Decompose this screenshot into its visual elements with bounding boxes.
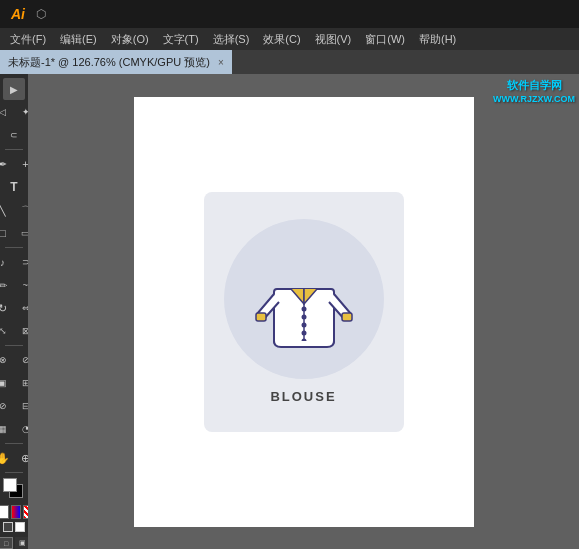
blouse-label: BLOUSE [270,389,336,404]
rectangle-tool[interactable]: □ [0,222,14,244]
svg-point-4 [301,307,306,312]
svg-point-5 [301,315,306,320]
menu-object[interactable]: 对象(O) [105,30,155,49]
direct-select-tool[interactable]: ◁ [0,101,14,123]
stroke-icon[interactable] [3,522,13,532]
pen-tool[interactable]: ✒ [0,153,14,175]
eyedropper-tool[interactable]: ⊘ [0,395,14,417]
pencil-tool[interactable]: ✏ [0,274,14,296]
watermark-line2: WWW.RJZXW.COM [493,93,575,106]
color-swatch-area [3,478,25,502]
watermark-line1: 软件自学网 [493,78,575,93]
svg-rect-2 [342,313,352,321]
watermark: 软件自学网 WWW.RJZXW.COM [493,78,575,106]
foreground-swatch[interactable] [3,478,17,492]
divider-5 [5,472,23,473]
svg-point-7 [301,331,306,336]
svg-point-6 [301,323,306,328]
hand-tool[interactable]: ✋ [0,447,14,469]
warp-tool[interactable]: ⊗ [0,349,14,371]
line-tool[interactable]: ╲ [0,199,14,221]
menu-effect[interactable]: 效果(C) [257,30,306,49]
document-tab[interactable]: 未标题-1* @ 126.76% (CMYK/GPU 预览) × [0,50,232,74]
menu-type[interactable]: 文字(T) [157,30,205,49]
divider-1 [5,149,23,150]
menu-help[interactable]: 帮助(H) [413,30,462,49]
menu-bar: 文件(F) 编辑(E) 对象(O) 文字(T) 选择(S) 效果(C) 视图(V… [0,28,579,50]
divider-3 [5,345,23,346]
menu-view[interactable]: 视图(V) [309,30,358,49]
rotate-tool[interactable]: ↻ [0,297,14,319]
type-tool[interactable]: T [3,176,25,198]
blouse-illustration [249,244,359,354]
menu-window[interactable]: 窗口(W) [359,30,411,49]
tab-close-button[interactable]: × [218,57,224,68]
gradient-swatch[interactable] [11,505,21,519]
ai-logo: Ai [8,5,28,23]
screen-mode-normal[interactable]: □ [0,537,13,549]
menu-file[interactable]: 文件(F) [4,30,52,49]
none-swatch[interactable] [0,505,9,519]
canvas-area: 软件自学网 WWW.RJZXW.COM [28,74,579,549]
screen-mode-full[interactable]: ▣ [15,537,29,549]
lasso-tool[interactable]: ⊂ [3,124,25,146]
svg-rect-1 [256,313,266,321]
left-toolbar: ▶ ◁ ✦ ⊂ ✒ + T ╲ ⌒ □ ▭ ♪ ⊃ ✏ ~ [0,74,28,549]
tab-bar: 未标题-1* @ 126.76% (CMYK/GPU 预览) × [0,50,579,74]
title-bar: Ai ⬡ [0,0,579,28]
menu-edit[interactable]: 编辑(E) [54,30,103,49]
select-tool[interactable]: ▶ [3,78,25,100]
artwork-card: BLOUSE [204,192,404,432]
bar-chart-tool[interactable]: ▦ [0,418,14,440]
paintbrush-tool[interactable]: ♪ [0,251,14,273]
divider-2 [5,247,23,248]
app-icon: ⬡ [36,7,46,21]
divider-4 [5,443,23,444]
scale-tool[interactable]: ⤡ [0,320,14,342]
canvas-document: BLOUSE [134,97,474,527]
fill-icon[interactable] [15,522,25,532]
gradient-tool[interactable]: ▣ [0,372,14,394]
circle-background [224,219,384,379]
menu-select[interactable]: 选择(S) [207,30,256,49]
main-area: ▶ ◁ ✦ ⊂ ✒ + T ╲ ⌒ □ ▭ ♪ ⊃ ✏ ~ [0,74,579,549]
tab-label: 未标题-1* @ 126.76% (CMYK/GPU 预览) [8,55,210,70]
